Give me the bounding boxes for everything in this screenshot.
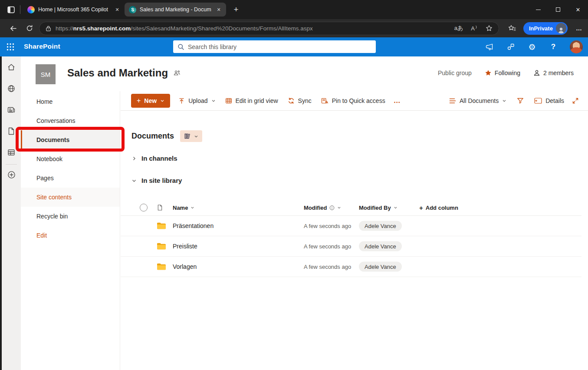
nav-edit[interactable]: Edit [21,226,120,245]
site-title[interactable]: Sales and Marketing [67,67,168,79]
search-input[interactable] [188,43,371,50]
tab-divider [20,5,20,14]
maximize-button[interactable] [548,0,568,19]
profile-avatar-icon [556,23,566,33]
url-address-field[interactable]: https://nrs5.sharepoint.com/sites/Salesa… [39,22,499,35]
app-launcher-icon[interactable] [6,42,15,52]
site-navigation: Home Conversations Documents Notebook Pa… [21,91,120,370]
view-selector-button[interactable]: All Documents [444,94,511,108]
folder-icon [157,243,166,250]
tab-close-icon[interactable]: ✕ [113,6,121,13]
suite-bar-icons: ⚙ ? [485,37,583,56]
table-row[interactable]: Preisliste A few seconds ago Adele Vance [121,236,581,257]
help-icon[interactable]: ? [549,42,558,52]
minimize-button[interactable] [528,0,548,19]
sync-button[interactable]: Sync [283,94,316,108]
library-view-toggle[interactable] [180,130,202,142]
group-in-channels[interactable]: In channels [131,155,177,162]
new-tab-button[interactable]: + [230,3,243,16]
url-host: nrs5.sharepoint.com [73,25,131,32]
filter-button[interactable] [512,94,529,108]
sharepoint-app-bar [2,56,21,370]
rail-create-icon[interactable] [7,170,16,179]
read-aloud-icon[interactable]: A [471,25,478,32]
chevron-down-icon [211,99,216,103]
search-icon [177,43,184,50]
pin-to-quick-access-button[interactable]: Pin to Quick access [316,94,390,108]
back-icon[interactable] [6,21,20,35]
members-button[interactable]: 2 members [533,69,574,76]
tab-copilot-home[interactable]: Home | Microsoft 365 Copilot ✕ [23,3,125,17]
nav-notebook[interactable]: Notebook [21,149,120,168]
tab-sales-and-marketing-documents[interactable]: S Sales and Marketing - Documents ✕ [125,3,226,17]
address-bar-icons: aあ A [454,24,493,32]
browser-menu-icon[interactable]: … [572,21,586,35]
row-modified-by[interactable]: Adele Vance [359,241,402,251]
new-button[interactable]: + New [131,94,170,108]
feedback-share-icon[interactable] [506,42,516,52]
favorites-bar-icon[interactable] [505,21,519,35]
nav-recycle-bin[interactable]: Recycle bin [21,207,120,226]
nav-home[interactable]: Home [21,92,120,111]
rail-home-icon[interactable] [7,63,16,72]
teams-icon [173,69,181,77]
rail-mysites-globe-icon[interactable] [7,84,16,93]
add-column-button[interactable]: + Add column [419,204,458,211]
nav-documents[interactable]: Documents [21,130,120,149]
view-list-icon [449,98,456,104]
rail-myfiles-icon[interactable] [7,126,16,136]
nav-pages[interactable]: Pages [21,168,120,188]
bookshelf-icon [184,133,191,139]
documents-table: Name Modified Modified By + Add column [121,200,581,277]
search-box[interactable] [173,40,376,53]
site-logo[interactable]: SM [36,64,56,84]
address-bar-right: InPrivate … [505,21,586,35]
details-button[interactable]: Details [529,94,569,108]
settings-gear-icon[interactable]: ⚙ [527,42,537,52]
column-header-modified[interactable]: Modified [304,205,341,211]
rail-divider [6,164,17,165]
site-visibility-label: Public group [438,69,472,76]
url-path: /sites/SalesandMarketing/Shared%20Docume… [131,25,312,32]
inprivate-badge[interactable]: InPrivate [523,22,568,35]
suite-app-name[interactable]: SharePoint [24,43,60,50]
more-commands-icon[interactable]: … [390,94,404,108]
column-header-name[interactable]: Name [173,205,194,211]
upload-button[interactable]: Upload [174,94,220,108]
workspaces-icon[interactable] [4,3,17,16]
row-modified-by[interactable]: Adele Vance [359,221,402,231]
row-name-link[interactable]: Präsentationen [173,222,214,229]
window-controls: ✕ [528,0,588,19]
group-in-site-library[interactable]: In site library [131,177,182,184]
rail-news-icon[interactable] [7,105,16,115]
expand-icon[interactable] [570,94,581,108]
row-name-link[interactable]: Preisliste [173,243,197,250]
account-avatar[interactable] [570,40,583,53]
table-row[interactable]: Präsentationen A few seconds ago Adele V… [121,216,581,236]
edit-in-grid-view-button[interactable]: Edit in grid view [220,94,283,108]
refresh-icon[interactable] [23,21,36,35]
table-row[interactable]: Vorlagen A few seconds ago Adele Vance [121,257,581,277]
nav-site-contents[interactable]: Site contents [21,188,120,207]
nav-conversations[interactable]: Conversations [21,111,120,130]
row-name-link[interactable]: Vorlagen [173,263,197,270]
star-filled-icon [485,69,492,76]
following-button[interactable]: Following [485,69,520,76]
close-button[interactable]: ✕ [568,0,588,19]
announcements-megaphone-icon[interactable] [485,42,494,52]
site-meta: Public group Following 2 members [438,69,574,76]
tab-close-icon[interactable]: ✕ [215,6,223,13]
chevron-down-icon [194,134,198,139]
column-header-modified-by[interactable]: Modified By [359,205,397,211]
grid-icon [225,97,232,104]
rail-lists-icon[interactable] [7,148,16,157]
folder-icon [157,264,166,270]
favorite-star-icon[interactable] [486,25,493,32]
select-all-checkbox[interactable] [140,204,148,211]
library-main: + New Upload Edit in grid view Sync Pin … [121,91,588,370]
chevron-down-icon [160,99,164,103]
plus-icon: + [137,97,141,105]
row-modified-by[interactable]: Adele Vance [359,262,402,272]
translate-icon[interactable]: aあ [454,24,463,32]
sync-icon [288,97,295,104]
